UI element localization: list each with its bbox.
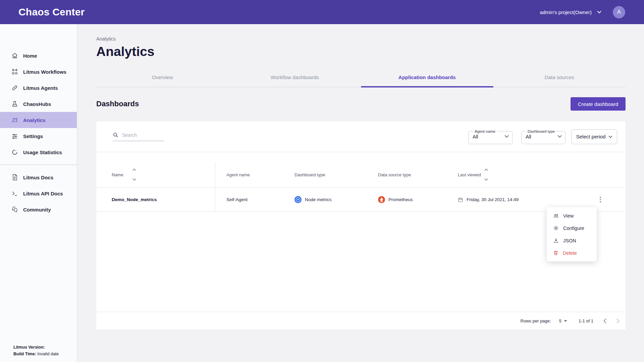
column-header-data-source-type: Data source type <box>367 172 447 177</box>
tab-data-sources[interactable]: Data sources <box>493 68 626 87</box>
tab-bar: Overview Workflow dashboards Application… <box>96 68 626 87</box>
dashboard-type-label: Dashboard type <box>526 129 556 133</box>
table-empty-area <box>96 212 626 312</box>
header-right: admin's project(Owner) A <box>540 6 625 18</box>
data-source-text: Prometheus <box>388 197 413 202</box>
gear-icon <box>553 225 559 231</box>
search-box <box>113 132 164 141</box>
sort-desc-last-viewed-button[interactable] <box>484 178 488 181</box>
tab-workflow-dashboards[interactable]: Workflow dashboards <box>229 68 361 87</box>
table-header: Name Agent name Dashboard type Data sour… <box>96 162 626 188</box>
build-time-label: Build Time: <box>13 352 36 356</box>
filter-controls: Agent name All Dashboard type All <box>468 129 617 144</box>
dashboard-type-text: Node metrics <box>305 197 332 202</box>
sidebar-item-home[interactable]: Home <box>0 48 77 64</box>
chevron-down-icon <box>597 11 601 13</box>
cell-agent-name: Self-Agent <box>215 197 283 202</box>
create-dashboard-button[interactable]: Create dashboard <box>571 97 626 111</box>
agent-name-value: All <box>473 134 478 139</box>
chart-icon <box>553 213 559 219</box>
sidebar-item-label: Settings <box>23 133 43 139</box>
next-page-button[interactable] <box>616 318 620 323</box>
link-icon <box>11 84 18 92</box>
calendar-icon <box>458 197 463 202</box>
sidebar-item-label: Home <box>23 53 37 59</box>
sidebar-item-analytics[interactable]: Analytics <box>0 112 77 128</box>
menu-item-delete[interactable]: Delete <box>547 247 597 259</box>
trash-icon <box>553 250 558 256</box>
home-icon <box>11 52 18 59</box>
search-icon <box>113 132 118 138</box>
agent-name-select[interactable]: Agent name All <box>468 129 513 144</box>
menu-item-label: View <box>563 213 574 219</box>
table-spacer <box>96 152 626 162</box>
node-metrics-icon <box>294 196 302 203</box>
sidebar: Home Litmus Workflows Litmus Agents Chao… <box>0 24 77 362</box>
sidebar-item-litmus-workflows[interactable]: Litmus Workflows <box>0 64 77 80</box>
menu-item-view[interactable]: View <box>547 209 597 222</box>
cell-actions <box>581 195 626 204</box>
main-content: Analytics Analytics Overview Workflow da… <box>77 24 644 362</box>
litmus-version-label: Litmus Version: <box>13 345 45 350</box>
rows-per-page-label: Rows per page: <box>521 318 551 323</box>
search-input[interactable] <box>122 132 159 138</box>
sidebar-item-settings[interactable]: Settings <box>0 128 77 144</box>
sidebar-item-litmus-agents[interactable]: Litmus Agents <box>0 80 77 96</box>
pie-chart-icon <box>11 148 18 156</box>
sidebar-divider <box>0 165 77 165</box>
cell-name: Demo_Node_metrics <box>96 188 215 212</box>
row-menu-button[interactable] <box>596 195 605 204</box>
dashboards-heading: Dashboards <box>96 100 139 108</box>
menu-item-label: Configure <box>563 226 584 231</box>
menu-item-configure[interactable]: Configure <box>547 222 597 234</box>
app-header: Chaos Center admin's project(Owner) A <box>0 0 644 24</box>
table-row: Demo_Node_metrics Self-Agent Node metric… <box>96 188 626 212</box>
dashboards-section-header: Dashboards Create dashboard <box>96 97 626 111</box>
sidebar-item-label: Litmus API Docs <box>23 191 63 196</box>
dashboard-type-select[interactable]: Dashboard type All <box>521 129 566 144</box>
previous-page-button[interactable] <box>603 318 606 323</box>
sort-asc-name-button[interactable] <box>132 169 136 171</box>
terminal-icon <box>11 190 18 197</box>
menu-item-label: JSON <box>563 238 576 243</box>
version-info: Litmus Version: Build Time: Invalid date <box>13 344 59 357</box>
sidebar-item-usage-statistics[interactable]: Usage Statistics <box>0 144 77 160</box>
select-period-button[interactable]: Select period <box>572 129 617 144</box>
document-icon <box>11 174 18 181</box>
pagination-range: 1-1 of 1 <box>579 318 593 323</box>
sidebar-item-litmus-api-docs[interactable]: Litmus API Docs <box>0 185 77 201</box>
column-label: Agent name <box>226 172 250 177</box>
cell-data-source-type: Prometheus <box>367 196 447 203</box>
sidebar-item-litmus-docs[interactable]: Litmus Docs <box>0 169 77 185</box>
prometheus-icon <box>378 196 385 203</box>
bar-chart-icon <box>11 116 18 124</box>
avatar[interactable]: A <box>613 6 625 18</box>
last-viewed-text: Friday, 30 Jul 2021, 14:49 <box>467 197 519 202</box>
sidebar-item-chaoshubs[interactable]: ChaosHubs <box>0 96 77 112</box>
download-icon <box>553 238 559 243</box>
sort-desc-name-button[interactable] <box>132 178 136 181</box>
project-selector[interactable]: admin's project(Owner) <box>540 9 601 15</box>
sidebar-item-label: Litmus Docs <box>23 175 53 180</box>
tab-overview[interactable]: Overview <box>96 68 229 87</box>
column-label: Data source type <box>378 172 411 177</box>
sort-asc-last-viewed-button[interactable] <box>484 169 488 171</box>
cell-last-viewed: Friday, 30 Jul 2021, 14:49 <box>447 197 581 202</box>
build-time-value: Invalid date <box>37 352 59 356</box>
row-context-menu: View Configure JSON Delete <box>547 207 597 261</box>
rows-per-page-select[interactable]: 5 <box>559 318 567 323</box>
sidebar-item-label: Usage Statistics <box>23 149 62 155</box>
chevron-down-icon <box>557 135 562 138</box>
rows-per-page-value: 5 <box>559 318 561 323</box>
sidebar-item-label: ChaosHubs <box>23 101 51 107</box>
menu-item-json[interactable]: JSON <box>547 234 597 247</box>
sidebar-item-label: Litmus Agents <box>23 85 58 91</box>
tab-application-dashboards[interactable]: Application dashboards <box>361 68 493 87</box>
breadcrumb: Analytics <box>96 36 626 42</box>
sidebar-item-community[interactable]: Community <box>0 201 77 218</box>
column-label: Last viewed <box>458 172 481 177</box>
dashboards-card: Agent name All Dashboard type All <box>96 121 626 329</box>
avatar-letter: A <box>617 9 621 15</box>
project-selector-label: admin's project(Owner) <box>540 9 592 15</box>
pagination-bar: Rows per page: 5 1-1 of 1 <box>96 312 626 329</box>
